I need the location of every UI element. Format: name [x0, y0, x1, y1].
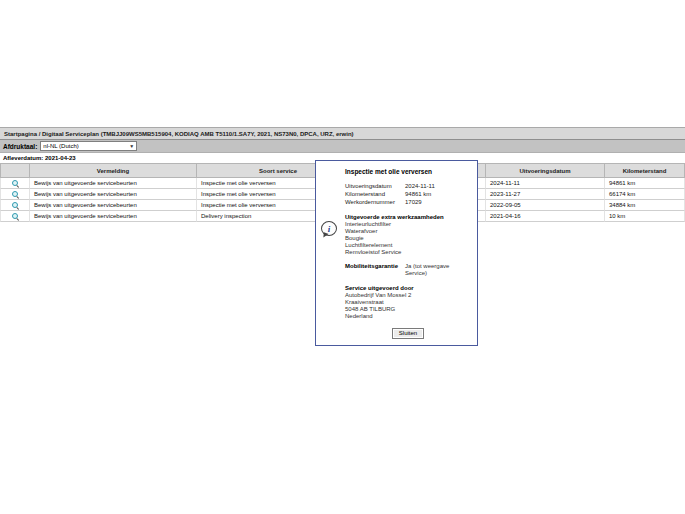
service-plan-page: Startpagina / Digitaal Serviceplan (TMBJ…: [0, 0, 685, 514]
service-by-line: Kraaivenstraat: [345, 299, 471, 306]
magnifier-icon: [12, 191, 19, 198]
row-detail-button[interactable]: [0, 211, 30, 222]
service-by-line: Autobedrijf Van Mossel 2: [345, 292, 471, 299]
row-detail-button[interactable]: [0, 200, 30, 211]
delivery-date: Afleverdatum: 2021-04-23: [0, 155, 76, 161]
magnifier-icon: [12, 180, 19, 187]
magnifier-icon: [12, 213, 19, 220]
extra-work-item: Luchtfilterelement: [345, 242, 471, 249]
cell-uitvoeringsdatum: 2021-04-16: [486, 211, 605, 222]
extra-work-item: Interieurluchtfilter: [345, 221, 471, 228]
breadcrumb-bar: Startpagina / Digitaal Serviceplan (TMBJ…: [0, 127, 685, 140]
extra-work-item: Bougie: [345, 235, 471, 242]
row-detail-button[interactable]: [0, 178, 30, 189]
magnifier-icon: [12, 202, 19, 209]
field-value: 2024-11-11: [405, 182, 435, 190]
print-language-bar: Afdruktaal: nl-NL (Dutch) ▼: [0, 140, 685, 153]
cell-uitvoeringsdatum: 2023-11-27: [486, 189, 605, 200]
print-language-select[interactable]: nl-NL (Dutch) ▼: [40, 141, 137, 151]
mobility-label: Mobiliteitsgarantie: [345, 263, 405, 277]
service-by-line: 5048 AB TILBURG: [345, 306, 471, 313]
column-header-uitvoeringsdatum: Uitvoeringsdatum: [486, 163, 605, 178]
cell-vermelding: Bewijs van uitgevoerde servicebeurten: [30, 200, 197, 211]
cell-uitvoeringsdatum: 2022-09-05: [486, 200, 605, 211]
field-label: Werkordernummer: [345, 198, 405, 206]
field-value: 94861 km: [405, 190, 431, 198]
cell-vermelding: Bewijs van uitgevoerde servicebeurten: [30, 189, 197, 200]
cell-uitvoeringsdatum: 2024-11-11: [486, 178, 605, 189]
row-detail-button[interactable]: [0, 189, 30, 200]
extra-work-item: Remvloeistof Service: [345, 249, 471, 256]
cell-vermelding: Bewijs van uitgevoerde servicebeurten: [30, 178, 197, 189]
info-balloon-icon: i: [321, 221, 337, 236]
dialog-title: Inspectie met olie verversen: [345, 168, 471, 175]
print-language-value: nl-NL (Dutch): [43, 143, 78, 149]
cell-kilometerstand: 66174 km: [605, 189, 685, 200]
cell-kilometerstand: 10 km: [605, 211, 685, 222]
cell-vermelding: Bewijs van uitgevoerde servicebeurten: [30, 211, 197, 222]
chevron-down-icon: ▼: [129, 143, 134, 149]
extra-work-item: Waterafvoer: [345, 228, 471, 235]
field-label: Uitvoeringsdatum: [345, 182, 405, 190]
service-by-line: Nederland: [345, 313, 471, 320]
extra-work-heading: Uitgevoerde extra werkzaamheden: [345, 213, 471, 221]
field-label: Kilometerstand: [345, 190, 405, 198]
column-header-vermelding: Vermelding: [30, 163, 197, 178]
cell-kilometerstand: 94861 km: [605, 178, 685, 189]
breadcrumb: Startpagina / Digitaal Serviceplan (TMBJ…: [0, 131, 354, 137]
mobility-value: Ja (tot weergave Service): [405, 263, 471, 277]
close-button[interactable]: Sluiten: [392, 328, 424, 339]
extra-work-list: Interieurluchtfilter Waterafvoer Bougie …: [345, 221, 471, 256]
column-header-kilometerstand: Kilometerstand: [605, 163, 685, 178]
cell-kilometerstand: 34884 km: [605, 200, 685, 211]
field-value: 17029: [405, 198, 422, 206]
column-header-icon: [0, 163, 30, 178]
service-by-heading: Service uitgevoerd door: [345, 284, 471, 292]
print-language-label: Afdruktaal:: [0, 143, 37, 150]
service-detail-dialog: i Inspectie met olie verversen Uitvoerin…: [315, 160, 478, 346]
